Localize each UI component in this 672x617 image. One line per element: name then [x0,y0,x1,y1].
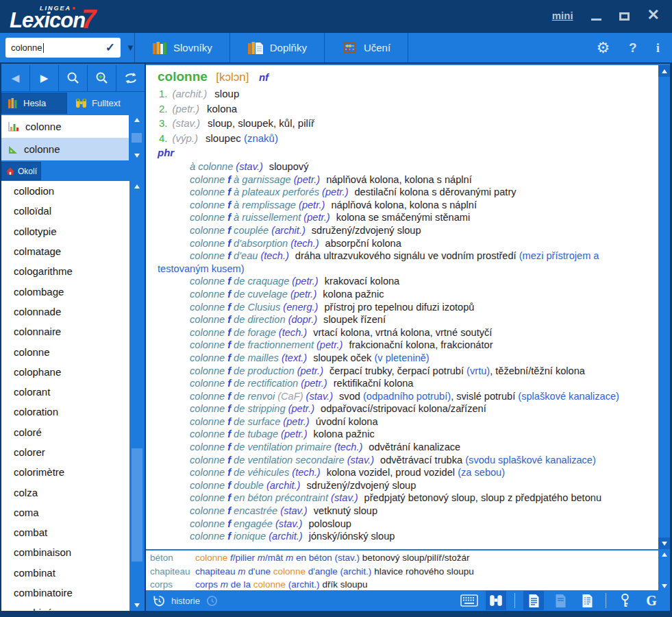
main-area: colonne [kɔlɔn] nf 1.(archit.)sloup2.(pe… [146,64,670,611]
word-list-item[interactable]: colonne [1,341,129,361]
google-icon: G [646,593,657,609]
view-full-entry-button[interactable] [523,591,544,610]
word-list-item[interactable]: collotypie [1,221,129,241]
onscreen-keyboard-button[interactable] [459,591,480,610]
fulltext-scrollbar[interactable] [658,551,670,590]
word-list-item[interactable]: combiné [1,603,129,611]
binoculars-icon [75,98,87,108]
phrase-row: colonne f de Clusius (energ.)přístroj pr… [158,301,640,314]
word-list-item[interactable]: colorimètre [1,462,129,482]
logo-brand: Lexicon [10,8,85,33]
word-list-item[interactable]: colonnaire [1,322,129,341]
bar-chart-icon [8,121,20,132]
result-item-economy[interactable]: colonne [1,115,129,138]
phrase-row: colonne f à plateaux perforés (petr.)des… [158,186,640,199]
word-list-item[interactable]: colmatage [1,241,129,261]
search-plus-icon [95,71,109,85]
view-short-entry-button[interactable] [550,591,571,610]
search-input[interactable]: colonne ✓ [5,38,121,58]
phrase-row: colonne f de ventilation primaire (tech.… [158,441,640,454]
view-list-entry-button[interactable] [577,591,597,610]
word-list-item[interactable]: collodion [1,181,129,201]
history-back-button[interactable]: ◀ [1,65,30,91]
settings-gear-icon[interactable]: ⚙ [596,39,610,57]
word-list-item[interactable]: combat [1,522,129,542]
tab-fulltext[interactable]: Fulltext [67,93,145,114]
text-caret [43,43,44,53]
search-value: colonne [11,43,42,53]
statusbar-tools: G [459,591,670,610]
swap-direction-button[interactable] [116,65,145,91]
app-window: Lexicon LINGEA 7 mini ✕ colonne ✓ ▼ Slov… [0,0,672,617]
menu-uceni-button[interactable]: Učení [324,33,408,62]
word-list-item[interactable]: combinatoire [1,583,129,603]
tab-okoli[interactable]: Okolí [1,162,41,180]
fulltext-row[interactable]: chapiteauchapiteau m d'une colonne d'ang… [146,565,656,579]
result-word: colonne [24,143,60,155]
tab-hesla-label: Hesla [23,98,46,108]
word-list-scrollbar[interactable] [129,181,145,611]
phrase-row: colonne f engagée (stav.)polosloup [158,518,640,531]
result-item-technical[interactable]: colonne [1,138,129,160]
sidebar-nav-buttons: ◀ ▶ [1,65,145,92]
phrase-row: colonne f de cuvelage (petr.)kolona pažn… [158,288,640,301]
phrase-row: colonne f encastrée (stav.)vetknutý slou… [158,505,640,518]
sense-row: 1.(archit.)sloup [158,86,640,101]
phrase-row: colonne f double (archit.)sdružený/zdvoj… [158,479,640,492]
menu-slovniky-button[interactable]: Slovníky [134,33,229,62]
fulltext-rows: bétoncolonne f/pilier m/mât m en béton (… [146,551,656,590]
addons-book-page-icon [247,41,264,55]
close-button[interactable]: ✕ [647,8,660,22]
search-confirm-icon[interactable]: ✓ [105,40,115,55]
word-list-item[interactable]: coma [1,503,129,522]
history-forward-button[interactable]: ▶ [30,65,59,91]
results-scrollbar[interactable] [129,115,145,160]
word-list-item[interactable]: colophane [1,362,129,382]
entry-scrollbar[interactable] [658,65,670,549]
word-list-item[interactable]: colorant [1,382,129,402]
word-list-scrollbar-thumb[interactable] [132,448,142,561]
word-list-item[interactable]: coloré [1,422,129,442]
morphology-key-button[interactable] [614,591,635,610]
search-plus-button[interactable] [88,65,116,91]
minimize-button[interactable] [591,19,601,21]
mini-mode-button[interactable]: mini [552,10,573,21]
word-list-item[interactable]: colza [1,482,129,502]
tab-hesla[interactable]: Hesla [1,93,67,114]
fulltext-row[interactable]: bétoncolonne f/pilier m/mât m en béton (… [146,551,656,565]
word-list-item[interactable]: colonnade [1,302,129,322]
fulltext-row[interactable]: corpscorps m de la colonne (archit.) dří… [146,578,656,590]
help-icon[interactable]: ? [629,40,637,56]
result-word: colonne [25,121,62,132]
phrase-row: colonne f de ventilation secondaire (sta… [158,454,640,467]
word-list-item[interactable]: colorer [1,442,129,462]
phrase-row: à colonne (stav.)sloupový [158,160,640,173]
word-list-item[interactable]: colloïdal [1,201,129,221]
word-list-item[interactable]: cologarithme [1,261,129,281]
history-icon[interactable] [153,594,166,607]
tab-okoli-label: Okolí [18,167,37,176]
results-scrollbar-thumb[interactable] [132,133,142,143]
info-icon[interactable]: i [656,40,660,56]
google-search-button[interactable]: G [641,591,662,610]
entry-scroll-up-button[interactable] [658,65,670,77]
maximize-button[interactable] [619,12,630,21]
fulltext-search-button[interactable] [486,591,506,610]
toolbar-right-icons: ⚙ ? i [596,33,660,62]
search-button[interactable] [59,65,88,91]
phrase-row: colonne f d'absorption (tech.)absorpční … [158,237,640,250]
word-list-item[interactable]: combinat [1,563,129,583]
word-list-item[interactable]: combinaison [1,542,129,562]
menu-slovniky-label: Slovníky [173,42,212,53]
menu-doplnky-button[interactable]: Doplňky [229,33,324,62]
history-label[interactable]: historie [171,596,200,606]
word-list-item[interactable]: colombage [1,281,129,301]
dictionaries-books-icon [152,41,167,55]
entry-panel: colonne [kɔlɔn] nf 1.(archit.)sloup2.(pe… [146,65,670,549]
word-list-item[interactable]: coloration [1,402,129,422]
entry-gender: nf [259,71,269,83]
document-faded-icon [555,594,567,608]
forward-arrow-icon: ▶ [40,72,49,84]
search-dropdown-icon[interactable]: ▼ [126,43,135,53]
entry-scroll-down-button[interactable] [658,537,670,549]
